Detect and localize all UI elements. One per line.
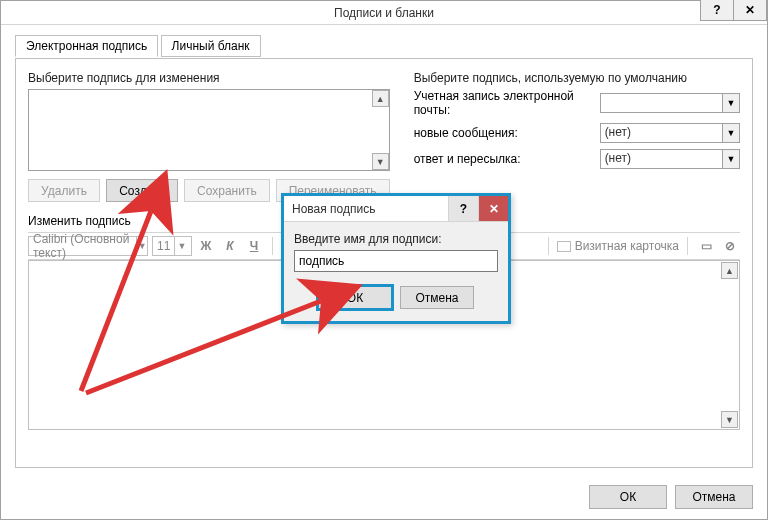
business-card-icon [557, 241, 571, 252]
italic-button[interactable]: К [220, 236, 240, 256]
titlebar: Подписи и бланки ? ✕ [1, 1, 767, 25]
new-messages-value: (нет) [605, 125, 631, 139]
modal-cancel-button[interactable]: Отмена [400, 286, 474, 309]
create-button[interactable]: Создать [106, 179, 178, 202]
chevron-down-icon[interactable]: ▼ [174, 237, 188, 255]
dialog-footer: ОК Отмена [589, 485, 753, 509]
select-signature-label: Выберите подпись для изменения [28, 71, 390, 85]
cancel-button[interactable]: Отмена [675, 485, 753, 509]
font-combo[interactable]: Calibri (Основной текст) ▼ [28, 236, 148, 256]
new-messages-label: новые сообщения: [414, 126, 594, 140]
new-messages-combo[interactable]: (нет) ▼ [600, 123, 740, 143]
business-card-label: Визитная карточка [575, 239, 679, 253]
account-label: Учетная запись электронной почты: [414, 89, 594, 117]
reply-forward-label: ответ и пересылка: [414, 152, 594, 166]
reply-forward-value: (нет) [605, 151, 631, 165]
modal-prompt: Введите имя для подписи: [294, 232, 498, 246]
picture-icon[interactable]: ▭ [696, 236, 716, 256]
chevron-down-icon[interactable]: ▼ [722, 94, 739, 112]
tab-signature[interactable]: Электронная подпись [15, 35, 158, 57]
chevron-down-icon[interactable]: ▼ [722, 124, 739, 142]
account-combo[interactable]: ▼ [600, 93, 740, 113]
link-icon[interactable]: ⊘ [720, 236, 740, 256]
scroll-up-icon[interactable]: ▲ [372, 90, 389, 107]
modal-ok-button[interactable]: ОК [318, 286, 392, 309]
close-button[interactable]: ✕ [733, 0, 767, 21]
signature-name-input[interactable] [294, 250, 498, 272]
signature-listbox[interactable]: ▲ ▼ [28, 89, 390, 171]
save-button: Сохранить [184, 179, 270, 202]
font-value: Calibri (Основной текст) [29, 232, 136, 260]
chevron-down-icon[interactable]: ▼ [136, 237, 147, 255]
window-title: Подписи и бланки [1, 1, 767, 25]
default-signature-label: Выберите подпись, используемую по умолча… [414, 71, 740, 85]
toolbar-separator [687, 237, 688, 255]
modal-help-button[interactable]: ? [448, 196, 478, 221]
business-card-button[interactable]: Визитная карточка [557, 239, 679, 253]
titlebar-buttons: ? ✕ [701, 0, 767, 21]
help-button[interactable]: ? [700, 0, 734, 21]
modal-titlebar: Новая подпись ? ✕ [284, 196, 508, 222]
tab-personal-blank[interactable]: Личный бланк [161, 35, 261, 57]
font-size-value: 11 [153, 239, 174, 253]
font-size-combo[interactable]: 11 ▼ [152, 236, 192, 256]
scroll-up-icon[interactable]: ▲ [721, 262, 738, 279]
bold-button[interactable]: Ж [196, 236, 216, 256]
tabs: Электронная подпись Личный бланк [15, 35, 753, 59]
toolbar-separator [548, 237, 549, 255]
underline-button[interactable]: Ч [244, 236, 264, 256]
chevron-down-icon[interactable]: ▼ [722, 150, 739, 168]
modal-close-button[interactable]: ✕ [478, 196, 508, 221]
scroll-down-icon[interactable]: ▼ [372, 153, 389, 170]
toolbar-separator [272, 237, 273, 255]
delete-button: Удалить [28, 179, 100, 202]
reply-forward-combo[interactable]: (нет) ▼ [600, 149, 740, 169]
signatures-dialog: Подписи и бланки ? ✕ Электронная подпись… [0, 0, 768, 520]
scroll-down-icon[interactable]: ▼ [721, 411, 738, 428]
ok-button[interactable]: ОК [589, 485, 667, 509]
new-signature-dialog: Новая подпись ? ✕ Введите имя для подпис… [281, 193, 511, 324]
